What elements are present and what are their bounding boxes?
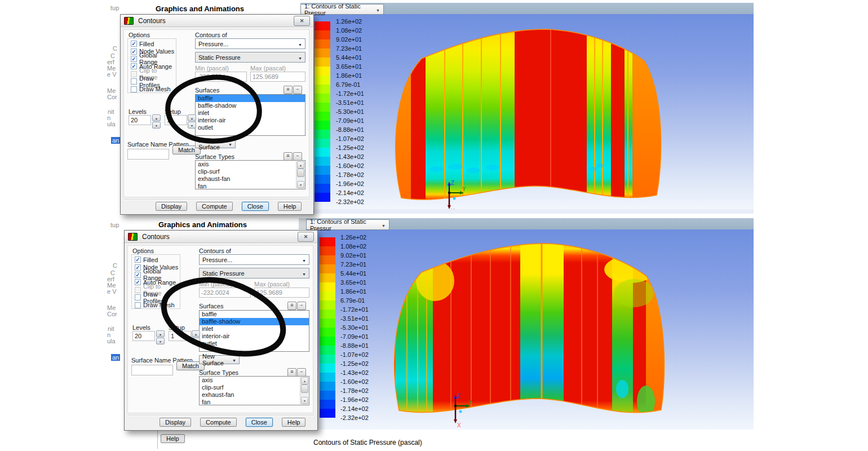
- contours-subfield-select[interactable]: Static Pressure: [199, 268, 309, 278]
- checked-checkbox-icon[interactable]: [131, 41, 137, 47]
- levels-input[interactable]: 20: [132, 331, 155, 341]
- close-icon[interactable]: [294, 16, 310, 26]
- select-all-icon[interactable]: [287, 302, 296, 310]
- list-item-inlet[interactable]: inlet: [200, 325, 309, 333]
- surface-types-list[interactable]: axisclip-surfexhaust-fanfan: [195, 160, 305, 189]
- checked-checkbox-icon[interactable]: [135, 264, 141, 271]
- unchecked-checkbox-icon[interactable]: [131, 71, 137, 77]
- option-draw-mesh[interactable]: Draw Mesh: [131, 85, 176, 92]
- surface-name-pattern-input[interactable]: [127, 149, 169, 160]
- checked-checkbox-icon[interactable]: [131, 48, 137, 55]
- contours-subfield-select[interactable]: Static Pressure: [195, 52, 305, 63]
- contours-of-select[interactable]: Pressure...: [199, 254, 309, 265]
- levels-stepper[interactable]: [152, 114, 161, 129]
- checked-checkbox-icon[interactable]: [135, 272, 141, 278]
- checked-checkbox-icon[interactable]: [135, 279, 141, 285]
- new-surface-dropdown[interactable]: New Surface: [199, 355, 240, 364]
- spin-down-icon[interactable]: [152, 122, 161, 129]
- list-item-axis[interactable]: axis: [196, 161, 305, 168]
- contours-of-select[interactable]: Pressure...: [195, 38, 305, 49]
- unchecked-checkbox-icon[interactable]: [131, 78, 137, 85]
- list-item-inlet[interactable]: inlet: [196, 109, 305, 117]
- spin-up-icon[interactable]: [188, 114, 196, 121]
- list-item-baffle-shadow[interactable]: baffle-shadow: [200, 318, 309, 325]
- list-item-interior-air[interactable]: interior-air: [196, 117, 305, 124]
- unchecked-checkbox-icon[interactable]: [131, 86, 137, 92]
- display-button[interactable]: Display: [156, 202, 187, 211]
- view-selector-top[interactable]: 1: Contours of Static Pressur: [300, 4, 384, 15]
- compute-button[interactable]: Compute: [200, 418, 237, 427]
- min-input[interactable]: -232.0024: [199, 288, 251, 298]
- checked-checkbox-icon[interactable]: [135, 257, 141, 263]
- unchecked-checkbox-icon[interactable]: [135, 294, 141, 300]
- levels-stepper[interactable]: [156, 330, 165, 344]
- setup-input[interactable]: 1: [165, 115, 187, 125]
- list-item-interior-air[interactable]: interior-air: [200, 333, 309, 340]
- spin-up-icon[interactable]: [152, 114, 161, 121]
- surface-name-pattern-input[interactable]: [131, 365, 173, 375]
- scrollbar[interactable]: [300, 377, 308, 404]
- close-button[interactable]: Close: [246, 418, 273, 427]
- checked-checkbox-icon[interactable]: [131, 56, 137, 62]
- scroll-up-icon[interactable]: [297, 161, 304, 169]
- list-item-axis[interactable]: axis: [200, 377, 309, 384]
- scroll-up-icon[interactable]: [301, 377, 308, 384]
- deselect-all-icon[interactable]: [293, 86, 302, 94]
- unchecked-checkbox-icon[interactable]: [135, 302, 141, 308]
- help-button[interactable]: Help: [278, 202, 302, 211]
- spin-down-icon[interactable]: [156, 338, 165, 344]
- setup-input[interactable]: 1: [169, 331, 191, 341]
- list-item-exhaust-fan[interactable]: exhaust-fan: [196, 175, 305, 183]
- help-button[interactable]: Help: [282, 418, 306, 427]
- deselect-all-icon[interactable]: [293, 152, 302, 161]
- option-global-range[interactable]: Global Range: [131, 55, 176, 63]
- spin-down-icon[interactable]: [188, 122, 196, 129]
- dialog-titlebar[interactable]: Contours: [121, 15, 313, 27]
- levels-input[interactable]: 20: [129, 115, 151, 125]
- select-all-icon[interactable]: [287, 368, 296, 377]
- checked-checkbox-icon[interactable]: [131, 63, 137, 69]
- list-item-fan[interactable]: fan: [200, 399, 309, 405]
- deselect-all-icon[interactable]: [297, 302, 306, 310]
- display-button[interactable]: Display: [160, 418, 191, 427]
- surfaces-list[interactable]: bafflebaffle-shadowinletinterior-airoutl…: [195, 94, 305, 136]
- unchecked-checkbox-icon[interactable]: [135, 287, 141, 293]
- surface-types-list[interactable]: axisclip-surfexhaust-fanfan: [199, 376, 309, 405]
- new-surface-dropdown[interactable]: New Surface: [195, 139, 236, 148]
- scrollbar[interactable]: [296, 161, 304, 188]
- list-item-fan[interactable]: fan: [196, 183, 305, 189]
- option-draw-mesh[interactable]: Draw Mesh: [135, 301, 180, 308]
- view-selector-bottom[interactable]: 1: Contours of Static Pressur: [306, 219, 389, 230]
- list-item-baffle[interactable]: baffle: [196, 95, 305, 102]
- scroll-down-icon[interactable]: [297, 181, 304, 188]
- max-input[interactable]: 125.9689: [254, 288, 309, 298]
- option-filled[interactable]: Filled: [131, 40, 176, 47]
- compute-button[interactable]: Compute: [196, 202, 233, 211]
- option-filled[interactable]: Filled: [135, 256, 180, 263]
- option-draw-profiles[interactable]: Draw Profiles: [131, 78, 176, 85]
- scrollbar-thumb[interactable]: [297, 169, 304, 177]
- close-button[interactable]: Close: [242, 202, 269, 211]
- setup-stepper[interactable]: [188, 114, 196, 129]
- list-item-outlet[interactable]: outlet: [200, 340, 309, 347]
- spin-up-icon[interactable]: [156, 330, 165, 337]
- dialog-titlebar[interactable]: Contours: [125, 231, 317, 243]
- scroll-down-icon[interactable]: [301, 397, 308, 404]
- select-all-icon[interactable]: [284, 86, 293, 94]
- list-item-clip-surf[interactable]: clip-surf: [200, 384, 309, 391]
- list-item-baffle-shadow[interactable]: baffle-shadow: [196, 102, 305, 109]
- help-button[interactable]: Help: [161, 434, 185, 443]
- spin-down-icon[interactable]: [192, 338, 200, 344]
- select-all-icon[interactable]: [284, 152, 293, 161]
- option-draw-profiles[interactable]: Draw Profiles: [135, 294, 180, 301]
- scrollbar-thumb[interactable]: [301, 384, 308, 393]
- deselect-all-icon[interactable]: [297, 368, 306, 377]
- spin-up-icon[interactable]: [192, 330, 200, 337]
- list-item-exhaust-fan[interactable]: exhaust-fan: [200, 391, 309, 399]
- surfaces-list[interactable]: bafflebaffle-shadowinletinterior-airoutl…: [199, 310, 309, 352]
- option-global-range[interactable]: Global Range: [135, 271, 180, 278]
- max-input[interactable]: 125.9689: [250, 72, 305, 82]
- list-item-clip-surf[interactable]: clip-surf: [196, 168, 305, 175]
- setup-stepper[interactable]: [192, 330, 200, 344]
- close-icon[interactable]: [298, 232, 314, 242]
